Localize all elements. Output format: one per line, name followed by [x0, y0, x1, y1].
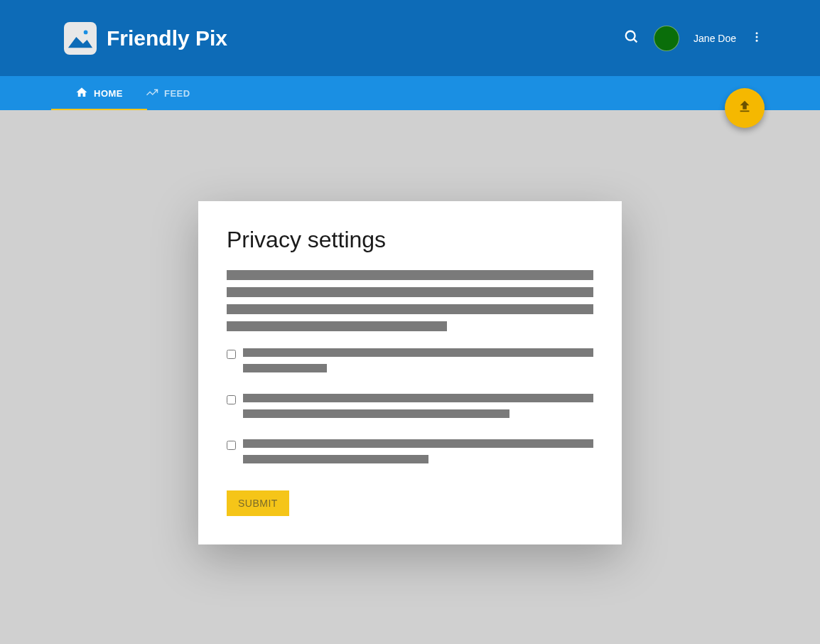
privacy-option-2: [227, 394, 593, 425]
svg-point-1: [626, 31, 635, 40]
tab-home[interactable]: HOME: [64, 76, 134, 110]
svg-point-4: [756, 36, 758, 38]
logo[interactable]: Friendly Pix: [64, 22, 227, 55]
svg-point-3: [756, 32, 758, 34]
privacy-option-1: [227, 348, 593, 380]
tab-label: HOME: [94, 88, 123, 99]
home-icon: [75, 86, 88, 101]
upload-icon: [737, 99, 752, 117]
logo-icon: [64, 22, 97, 55]
submit-button[interactable]: SUBMIT: [227, 490, 289, 516]
option-1-label: [243, 348, 593, 380]
app-name: Friendly Pix: [107, 26, 227, 50]
app-header: Friendly Pix Jane Doe: [0, 0, 820, 76]
privacy-checkbox-1[interactable]: [227, 350, 236, 359]
upload-button[interactable]: [725, 88, 765, 128]
card-title: Privacy settings: [227, 227, 593, 253]
tab-feed[interactable]: FEED: [134, 76, 202, 110]
tab-label: FEED: [164, 88, 190, 99]
privacy-checkbox-3[interactable]: [227, 441, 236, 450]
header-actions: Jane Doe: [624, 26, 763, 51]
main-content: Privacy settings: [0, 110, 820, 544]
trending-icon: [146, 86, 158, 101]
svg-line-2: [634, 38, 637, 42]
description-text: [227, 270, 593, 331]
search-icon[interactable]: [624, 29, 640, 48]
svg-point-5: [756, 39, 758, 41]
privacy-option-3: [227, 439, 593, 471]
svg-point-0: [84, 30, 88, 34]
more-vert-icon[interactable]: [750, 31, 763, 46]
option-3-label: [243, 439, 593, 471]
avatar[interactable]: [654, 26, 679, 51]
option-2-label: [243, 394, 593, 425]
privacy-settings-card: Privacy settings: [198, 201, 622, 544]
tab-bar: HOME FEED: [0, 76, 820, 110]
privacy-checkbox-2[interactable]: [227, 395, 236, 404]
username[interactable]: Jane Doe: [694, 33, 736, 44]
